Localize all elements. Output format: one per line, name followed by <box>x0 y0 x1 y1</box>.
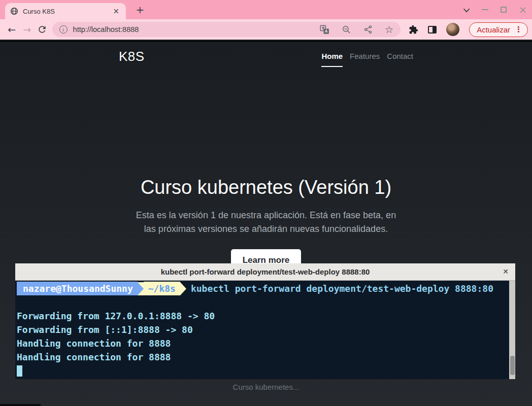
prompt-path-segment: ~/k8s <box>144 282 180 295</box>
address-bar[interactable]: i http://localhost:8888 <box>52 22 401 37</box>
chevron-down-icon[interactable] <box>465 5 470 14</box>
terminal-close-icon[interactable]: ✕ <box>503 267 509 276</box>
back-button[interactable]: ← <box>4 24 19 35</box>
terminal-cursor <box>17 365 22 377</box>
terminal-command: kubectl port-forward deployment/test-web… <box>191 283 493 294</box>
browser-toolbar: ← → i http://localhost:8888 <box>0 19 532 41</box>
translate-icon[interactable] <box>320 25 329 35</box>
tab-title: Curso K8S <box>23 8 111 15</box>
terminal-scrollbar-thumb[interactable] <box>510 356 515 375</box>
powerline-arrow-icon <box>180 282 186 295</box>
terminal-window: kubectl port-forward deployment/test-web… <box>15 263 515 379</box>
menu-kebab-icon[interactable]: ⋮ <box>515 25 522 34</box>
terminal-output-line: Forwarding from [::1]:8888 -> 80 <box>17 323 502 336</box>
forward-button: → <box>19 24 35 35</box>
minimize-button[interactable] <box>482 9 488 10</box>
terminal-body[interactable]: nazare@ThousandSunny ~/k8s kubectl port-… <box>15 281 515 379</box>
window-controls: × <box>465 0 527 19</box>
nav-link-home[interactable]: Home <box>321 52 343 67</box>
tab-close-icon[interactable]: × <box>111 7 121 16</box>
globe-favicon-icon <box>10 7 18 15</box>
bottom-scrollbar-strip <box>0 404 532 406</box>
url-text[interactable]: http://localhost:8888 <box>73 25 320 33</box>
terminal-output-line: Forwarding from 127.0.0.1:8888 -> 80 <box>17 309 502 323</box>
browser-tab[interactable]: Curso K8S × <box>5 3 126 19</box>
hero-subtitle: Esta es la versión 1 de nuestra aplicaci… <box>131 209 401 236</box>
powerline-arrow-icon <box>138 282 144 295</box>
reload-button[interactable] <box>35 24 50 35</box>
window-close-button[interactable]: × <box>519 5 527 15</box>
share-icon[interactable] <box>363 25 373 34</box>
site-info-icon[interactable]: i <box>59 25 68 33</box>
hero-title: Curso kubernetes (Versión 1) <box>0 177 532 198</box>
site-brand[interactable]: K8S <box>119 49 145 64</box>
site-header: K8S Home Features Contact <box>0 42 532 67</box>
profile-avatar[interactable] <box>446 23 459 36</box>
nav-link-contact[interactable]: Contact <box>387 52 413 67</box>
extensions-puzzle-icon[interactable] <box>409 25 418 35</box>
maximize-button[interactable] <box>501 7 507 13</box>
terminal-prompt-line: nazare@ThousandSunny ~/k8s kubectl port-… <box>17 282 502 295</box>
terminal-title: kubectl port-forward deployment/test-web… <box>161 267 370 276</box>
terminal-output-line: Handling connection for 8888 <box>17 350 502 364</box>
zoom-out-icon[interactable] <box>342 25 351 35</box>
browser-titlebar: Curso K8S × + × <box>0 0 532 19</box>
page-viewport: K8S Home Features Contact Curso kubernet… <box>0 42 532 406</box>
terminal-blank-line <box>17 295 502 309</box>
prompt-user-segment: nazare@ThousandSunny <box>17 282 138 295</box>
update-button-label: Actualizar <box>477 25 510 34</box>
hero-section: Curso kubernetes (Versión 1) Esta es la … <box>0 177 532 272</box>
new-tab-button[interactable]: + <box>133 3 147 17</box>
terminal-cursor-line <box>17 364 502 378</box>
terminal-output-line: Handling connection for 8888 <box>17 336 502 350</box>
nav-link-features[interactable]: Features <box>350 52 380 67</box>
terminal-scrollbar[interactable] <box>509 281 515 379</box>
update-browser-button[interactable]: Actualizar ⋮ <box>469 22 528 37</box>
bookmark-star-icon[interactable]: ☆ <box>385 24 393 35</box>
side-panel-icon[interactable] <box>428 26 437 33</box>
page-footer-text: Curso kubernetes... <box>0 383 532 391</box>
site-nav: Home Features Contact <box>321 49 413 67</box>
terminal-titlebar[interactable]: kubectl port-forward deployment/test-web… <box>15 263 515 281</box>
